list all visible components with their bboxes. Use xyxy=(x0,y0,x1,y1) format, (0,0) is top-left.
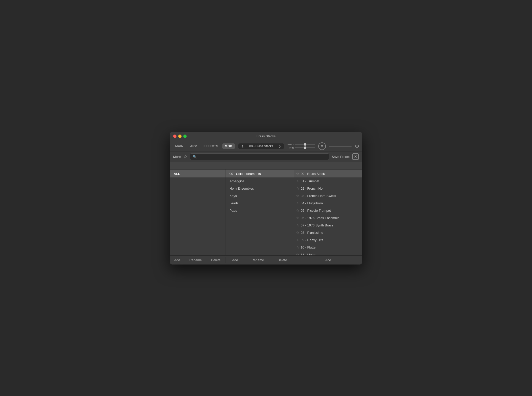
pitch-row: PITCH xyxy=(288,143,315,146)
all-column: ALL xyxy=(170,169,225,255)
app-window: Brass Stacks MAIN ARP EFFECTS MOD ❮ 00 -… xyxy=(170,132,362,265)
preset-add-button[interactable]: Add xyxy=(323,257,333,263)
traffic-lights xyxy=(173,135,187,138)
search-input[interactable] xyxy=(198,155,327,159)
list-item[interactable]: Pads xyxy=(225,207,294,214)
star-icon[interactable]: ☆ xyxy=(296,187,299,190)
star-icon[interactable]: ☆ xyxy=(296,238,299,242)
preset-item[interactable]: ☆ 02 - French Horn xyxy=(294,185,363,192)
cat-add-button[interactable]: Add xyxy=(230,257,240,263)
m-button[interactable]: M xyxy=(318,142,326,150)
list-item[interactable]: Leads xyxy=(225,200,294,207)
preset-item-label: 00 - Brass Stacks xyxy=(301,172,327,176)
preset-item[interactable]: ☆ 10 - Flutter xyxy=(294,244,363,251)
list-item[interactable]: 00 - Solo Instruments xyxy=(225,170,294,177)
list-item[interactable]: Keys xyxy=(225,192,294,200)
minimize-traffic-light[interactable] xyxy=(178,135,182,138)
preset-item-label: 03 - French Horn Swells xyxy=(301,194,336,198)
close-traffic-light[interactable] xyxy=(173,135,176,138)
gear-icon: ⚙ xyxy=(355,143,359,149)
tab-effects[interactable]: EFFECTS xyxy=(201,143,221,149)
all-item[interactable]: ALL xyxy=(170,170,225,177)
search-icon: 🔍 xyxy=(193,155,197,159)
preset-item[interactable]: ☆ 11 - Muted xyxy=(294,251,363,255)
close-button[interactable]: ✕ xyxy=(352,153,359,160)
pitch-label: PITCH xyxy=(288,143,294,146)
search-box: 🔍 xyxy=(190,153,329,160)
presets-list: ☆ 00 - Brass Stacks ☆ 01 - Trumpet ☆ 02 … xyxy=(294,169,363,255)
categories-column: 00 - Solo Instruments Arpeggios Horn Ens… xyxy=(225,169,294,255)
preset-item-label: 04 - Flugelhorn xyxy=(301,201,323,205)
all-delete-button[interactable]: Delete xyxy=(209,257,223,263)
star-icon[interactable]: ☆ xyxy=(296,245,299,249)
star-icon: ☆ xyxy=(183,154,187,159)
preset-item-label: 08 - Pianissimo xyxy=(301,231,323,235)
preset-selector: ❮ 00 - Brass Stacks ❯ xyxy=(238,143,284,149)
pitch-slider[interactable] xyxy=(295,144,315,145)
tab-main[interactable]: MAIN xyxy=(173,143,186,149)
cat-delete-button[interactable]: Delete xyxy=(275,257,289,263)
main-toolbar: MAIN ARP EFFECTS MOD ❮ 00 - Brass Stacks… xyxy=(170,141,362,152)
preset-item-label: 02 - French Horn xyxy=(301,187,326,190)
filter-bar xyxy=(170,162,362,169)
preset-item-label: 06 - 1976 Brass Ensemble xyxy=(301,216,340,220)
list-item[interactable]: Arpeggios xyxy=(225,177,294,185)
favorites-button[interactable]: ☆ xyxy=(183,154,187,159)
star-icon[interactable]: ☆ xyxy=(296,209,299,212)
preset-item-label: 01 - Trumpet xyxy=(301,179,320,183)
star-icon[interactable]: ☆ xyxy=(296,172,299,176)
all-add-button[interactable]: Add xyxy=(172,257,182,263)
titlebar: Brass Stacks xyxy=(170,132,362,141)
star-icon[interactable]: ☆ xyxy=(296,201,299,205)
star-icon[interactable]: ☆ xyxy=(296,231,299,235)
pan-label: PAN xyxy=(288,146,294,149)
next-preset-button[interactable]: ❯ xyxy=(278,144,281,148)
preset-item-label: 11 - Muted xyxy=(301,253,316,255)
preset-item-label: 09 - Heavy Hits xyxy=(301,238,323,242)
preset-item[interactable]: ☆ 00 - Brass Stacks xyxy=(294,170,363,177)
cat-rename-button[interactable]: Rename xyxy=(250,257,266,263)
preset-item-label: 07 - 1976 Synth Brass xyxy=(301,223,333,227)
gear-button[interactable]: ⚙ xyxy=(355,143,359,149)
presets-action-col: Add xyxy=(294,257,363,263)
star-icon[interactable]: ☆ xyxy=(296,194,299,198)
level-slider[interactable] xyxy=(329,146,352,147)
secondary-toolbar: More ☆ 🔍 Save Preset ✕ xyxy=(170,152,362,162)
presets-column: ☆ 00 - Brass Stacks ☆ 01 - Trumpet ☆ 02 … xyxy=(294,169,363,255)
preset-item[interactable]: ☆ 06 - 1976 Brass Ensemble xyxy=(294,214,363,222)
preset-item-label: 05 - Piccolo Trumpet xyxy=(301,209,331,212)
tab-arp[interactable]: ARP xyxy=(188,143,200,149)
preset-name: 00 - Brass Stacks xyxy=(246,144,277,148)
preset-item[interactable]: ☆ 08 - Pianissimo xyxy=(294,229,363,236)
preset-item[interactable]: ☆ 09 - Heavy Hits xyxy=(294,236,363,244)
preset-item[interactable]: ☆ 07 - 1976 Synth Brass xyxy=(294,222,363,229)
tab-mod[interactable]: MOD xyxy=(222,143,235,149)
preset-item[interactable]: ☆ 03 - French Horn Swells xyxy=(294,192,363,200)
categories-list: 00 - Solo Instruments Arpeggios Horn Ens… xyxy=(225,169,294,255)
categories-action-col: Add Rename Delete xyxy=(225,257,294,263)
all-rename-button[interactable]: Rename xyxy=(187,257,204,263)
star-icon[interactable]: ☆ xyxy=(296,216,299,220)
preset-item[interactable]: ☆ 01 - Trumpet xyxy=(294,177,363,185)
more-button[interactable]: More xyxy=(173,155,181,159)
close-icon: ✕ xyxy=(354,155,357,159)
star-icon[interactable]: ☆ xyxy=(296,223,299,227)
all-list: ALL xyxy=(170,169,225,255)
pitch-pan-controls: PITCH PAN xyxy=(288,143,315,149)
save-preset-button[interactable]: Save Preset xyxy=(332,155,350,159)
pan-slider[interactable] xyxy=(295,147,315,148)
preset-item[interactable]: ☆ 05 - Piccolo Trumpet xyxy=(294,207,363,214)
preset-item[interactable]: ☆ 04 - Flugelhorn xyxy=(294,200,363,207)
star-icon[interactable]: ☆ xyxy=(296,179,299,183)
prev-preset-button[interactable]: ❮ xyxy=(241,144,244,148)
action-bar: Add Rename Delete Add Rename Delete Add xyxy=(170,255,362,265)
window-title: Brass Stacks xyxy=(256,134,276,138)
list-item[interactable]: Horn Ensembles xyxy=(225,185,294,192)
preset-item-label: 10 - Flutter xyxy=(301,245,317,249)
star-icon[interactable]: ☆ xyxy=(296,253,299,255)
main-content: ALL 00 - Solo Instruments Arpeggios Horn… xyxy=(170,169,362,255)
all-action-col: Add Rename Delete xyxy=(170,257,225,263)
pan-row: PAN xyxy=(288,146,315,149)
maximize-traffic-light[interactable] xyxy=(183,135,187,138)
